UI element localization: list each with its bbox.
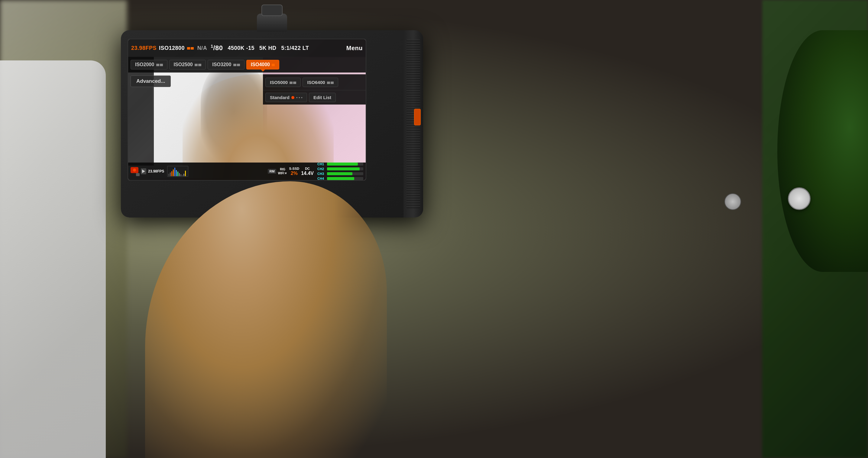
- menu-display[interactable]: Menu: [346, 45, 363, 52]
- ch2-label: CH2: [317, 167, 326, 171]
- ch1-bar-fill: [327, 163, 358, 166]
- standard-dot: [291, 96, 294, 99]
- advanced-button[interactable]: Advanced...: [130, 75, 171, 87]
- ch2-bar-fill: [327, 167, 360, 170]
- orange-accent-button[interactable]: [414, 109, 421, 125]
- storage-status: S-SSD 2%: [289, 167, 300, 176]
- right-panel-row1: ISO5000 ISO6400: [263, 74, 366, 90]
- iso-btn-6400[interactable]: ISO6400: [303, 78, 338, 87]
- rec-fps: 23.98FPS: [148, 169, 164, 173]
- ch3-row: CH3: [317, 172, 363, 175]
- wifi-label: WIFI▼: [278, 172, 287, 175]
- hud-bottom-bar: 23.98FPS RM: [128, 163, 366, 180]
- rec-dot: [133, 169, 136, 172]
- ch4-bar-bg: [327, 177, 363, 180]
- iso-indicator-bar: [187, 47, 190, 50]
- edit-list-btn[interactable]: Edit List: [309, 93, 336, 102]
- ch3-bar-bg: [327, 172, 363, 175]
- iso-btn-3200[interactable]: ISO3200: [208, 60, 245, 69]
- iso-btn-2000[interactable]: ISO2000: [130, 60, 167, 69]
- camera-mount-screw: [261, 4, 283, 16]
- iso-display: ISO12800: [159, 45, 194, 52]
- shutter-display: 1/80: [211, 44, 223, 52]
- person-shirt: [0, 60, 106, 458]
- ch1-label: CH1: [317, 162, 326, 166]
- cam-btn-2[interactable]: [275, 208, 293, 215]
- iso-btn-4000[interactable]: ISO4000: [246, 60, 280, 69]
- ch4-label: CH4: [317, 177, 326, 181]
- ch3-label: CH3: [317, 172, 326, 175]
- resolution-display: 5K HD: [259, 45, 277, 52]
- channel-meters: CH1 CH2 CH3: [317, 162, 363, 181]
- ch3-bar-fill: [327, 172, 352, 175]
- dc-label: DC: [305, 167, 310, 170]
- monitor-screen: 23.98FPS ISO12800 N/A 1/80 4500K -15 5K …: [128, 39, 366, 181]
- iso-selector-bar: ISO2000 ISO2500 ISO3200 ISO4000 ISO5000 …: [128, 57, 366, 72]
- cam-btn-3[interactable]: [301, 208, 314, 215]
- ch2-bar-bg: [327, 167, 363, 170]
- iso-btn-2500[interactable]: ISO2500: [169, 60, 206, 69]
- rig-wifi-status: RIG WIFI▼: [278, 168, 287, 175]
- ch2-row: CH2: [317, 167, 363, 171]
- cam-btn-1[interactable]: [254, 208, 268, 215]
- camera-small-dial[interactable]: [724, 193, 741, 210]
- rm-label: RM: [268, 169, 276, 174]
- codec-display: 5:1/422 LT: [281, 45, 309, 52]
- camera-dial[interactable]: [788, 187, 811, 210]
- foliage-right: [777, 30, 868, 272]
- camera-bottom-buttons: [254, 208, 314, 215]
- histogram-display: [167, 166, 188, 177]
- iso-indicator-bar2: [191, 47, 194, 50]
- storage-pct: 2%: [291, 171, 298, 176]
- ch1-row: CH1: [317, 162, 363, 166]
- camera-body: 23.98FPS ISO12800 N/A 1/80 4500K -15 5K …: [121, 30, 423, 218]
- hud-top-bar: 23.98FPS ISO12800 N/A 1/80 4500K -15 5K …: [128, 39, 366, 57]
- na-display: N/A: [197, 45, 207, 52]
- power-status: DC 14.4V: [301, 167, 314, 176]
- ch1-bar-bg: [327, 163, 363, 166]
- rig-label: RIG: [280, 168, 285, 171]
- left-dark-strip: [128, 57, 154, 166]
- standard-btn[interactable]: Standard • • •: [266, 93, 307, 102]
- iso-btn-5000[interactable]: ISO5000: [266, 78, 301, 87]
- right-panel: ISO5000 ISO6400 Standard • • • Edit List: [263, 74, 366, 104]
- voltage-display: 14.4V: [301, 171, 314, 176]
- storage-type: S-SSD: [289, 167, 300, 170]
- framerate-display: 23.98FPS: [131, 45, 157, 52]
- camera-top-mount: [257, 13, 287, 32]
- color-temp-display: 4500K -15: [228, 45, 255, 52]
- right-panel-row2: Standard • • • Edit List: [263, 90, 366, 104]
- ch4-row: CH4: [317, 177, 363, 181]
- recording-indicator: [130, 167, 146, 175]
- ch4-bar-fill: [327, 177, 354, 180]
